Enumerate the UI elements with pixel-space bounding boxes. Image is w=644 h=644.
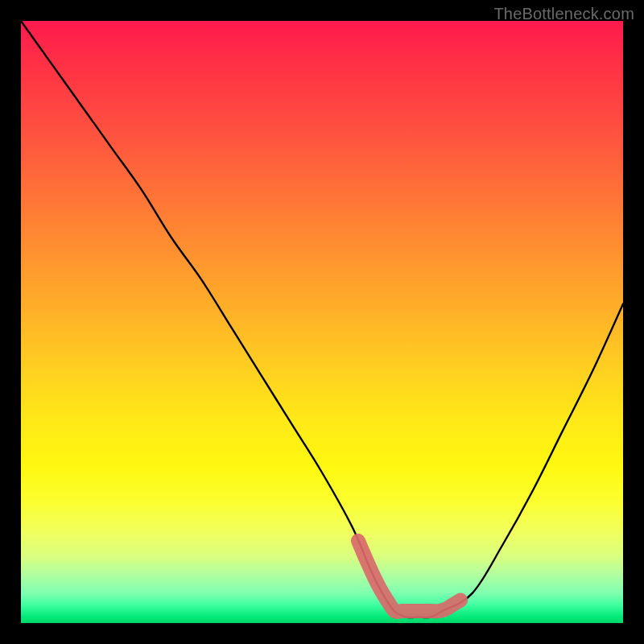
bottleneck-curve-path: [21, 21, 623, 617]
plot-gradient-area: [21, 21, 623, 623]
curve-layer: [21, 21, 623, 623]
bottleneck-chart: TheBottleneck.com: [0, 0, 644, 644]
optimal-range-marker: [358, 541, 460, 612]
